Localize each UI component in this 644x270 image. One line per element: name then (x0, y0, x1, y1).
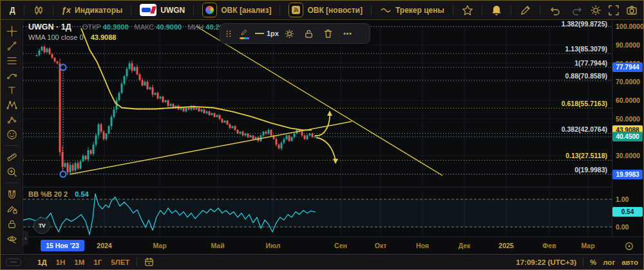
forecast-icon (6, 114, 17, 125)
price-badge: 19.9983 (612, 170, 643, 179)
wma-legend[interactable]: WMA 100 close 0 43.9088 (28, 33, 116, 41)
divider (482, 5, 482, 15)
tool-crosshair[interactable] (5, 25, 19, 37)
draw-button[interactable] (515, 3, 536, 18)
bottom-toolbar: 1Д1Н1М1Г5ЛЕТ 17:09:22 (UTC+3) % лог авто (1, 254, 643, 269)
goto-date-calendar-icon[interactable] (144, 256, 155, 267)
auto-scale-button[interactable]: авто (621, 258, 638, 266)
scroll-to-latest-icon[interactable] (624, 241, 634, 251)
time-label: Июл (266, 242, 281, 249)
price-axis[interactable]: 100.000090.000080.000070.000060.000050.0… (612, 20, 643, 237)
fib-level-label[interactable]: 1(77.7944) (574, 59, 607, 67)
time-label: Сен (334, 242, 347, 249)
divider (5, 183, 19, 183)
xabcd-pattern-icon (6, 100, 17, 111)
tool-lock-all[interactable] (5, 218, 19, 230)
drawing-lock-button[interactable] (301, 26, 317, 41)
tool-forecast[interactable] (5, 114, 19, 125)
tool-trend-line[interactable] (5, 40, 19, 51)
drawing-delete-button[interactable] (320, 26, 337, 41)
tool-curve[interactable] (5, 69, 19, 81)
alerts-button[interactable] (486, 3, 507, 18)
legend-symbol[interactable]: UWGN (28, 22, 54, 32)
open-value: 40.3000 (103, 23, 129, 31)
price-tracker-button[interactable]: Трекер цены (375, 3, 450, 18)
clock[interactable]: 17:09:22 (UTC+3) (516, 258, 576, 266)
divider (583, 258, 583, 266)
lock-all-icon (6, 219, 17, 230)
star-icon (462, 4, 473, 16)
fib-level-label[interactable]: 0.382(42.0764) (562, 125, 607, 133)
color-pencil-button[interactable] (236, 26, 252, 41)
bb-indicator-legend[interactable]: BB %B 20 2 0.54 (28, 190, 89, 198)
tradingview-logo[interactable]: TV (33, 217, 50, 234)
ovk-analysis-button[interactable]: ОВК [анализ] (197, 3, 276, 18)
fullscreen-icon[interactable] (608, 4, 620, 16)
fib-level-label[interactable]: 1.13(85.3079) (565, 45, 607, 53)
tool-emoji[interactable] (5, 129, 19, 140)
tool-xabcd-pattern[interactable] (5, 99, 19, 111)
watchlist-star-button[interactable] (457, 3, 478, 18)
chart-canvas[interactable] (23, 20, 643, 255)
top-toolbar: Д ƒx Индикаторы UWGN ОВК [анализ] ОВК [н… (1, 1, 643, 20)
tool-text[interactable] (5, 84, 19, 96)
fib-level-label[interactable]: 1.382(99.8725) (562, 20, 607, 28)
uwgn-symbol-button[interactable]: UWGN (135, 3, 190, 18)
line-sample-icon (255, 33, 264, 34)
tool-zoom-in[interactable] (5, 166, 19, 177)
timeframe-1Н[interactable]: 1Н (52, 258, 70, 266)
price-tick: 50.0000 (616, 115, 640, 123)
chart-area[interactable]: UWGN · 1Д ОТКР 40.3000 МАКС 40.9000 МИН … (23, 20, 643, 255)
bb-scale-tick: 0.00 (616, 223, 629, 231)
percent-scale-button[interactable]: % (590, 258, 596, 266)
fib-level-label[interactable]: 0(19.9983) (574, 166, 607, 174)
drawing-more-button[interactable]: ••• (339, 26, 356, 41)
ovk-analysis-label: ОВК [анализ] (221, 6, 271, 15)
drawing-settings-button[interactable] (281, 26, 298, 41)
timeframe-1Д[interactable]: 1Д (33, 258, 52, 266)
timeframe-1М[interactable]: 1М (70, 258, 89, 266)
drag-handle-icon[interactable] (224, 26, 233, 41)
fib-level-label[interactable]: 0.13(27.5118) (565, 152, 607, 159)
high-value: 40.9000 (156, 23, 182, 31)
sidebar-collapse-chevron[interactable]: ‹ (23, 231, 28, 245)
fib-level-label[interactable]: 0.88(70.8589) (565, 72, 607, 80)
curve-icon (6, 70, 17, 81)
price-badge: 77.7944 (612, 62, 643, 72)
price-badge: 40.4500 (612, 132, 643, 141)
tool-fib-retracement[interactable] (5, 55, 19, 66)
time-label: Май (211, 242, 224, 249)
bottom-right-group: 17:09:22 (UTC+3) % лог авто (516, 258, 638, 266)
time-axis[interactable]: 15 Ноя '23 Н2024МарМайИюлСенОктНояДек202… (23, 237, 643, 255)
redo-button[interactable] (567, 3, 589, 18)
chart-type-button[interactable] (28, 3, 50, 18)
legend-interval[interactable]: 1Д (61, 22, 71, 32)
divider (540, 5, 540, 15)
color-gradient-bar (240, 37, 249, 39)
log-scale-button[interactable]: лог (603, 258, 615, 266)
line-width-value: 1px (267, 30, 279, 37)
line-width-button[interactable]: 1px (255, 30, 279, 37)
undo-icon (549, 4, 560, 16)
indicators-button[interactable]: ƒx Индикаторы (57, 3, 128, 18)
settings-gear-icon[interactable] (590, 4, 601, 16)
toolbar-resize-handle[interactable] (6, 258, 21, 266)
wma-label: WMA 100 close 0 (28, 33, 84, 41)
undo-button[interactable] (544, 3, 565, 18)
camera-snapshot-icon[interactable] (626, 4, 638, 16)
tool-ruler[interactable] (5, 151, 19, 163)
divider (24, 5, 24, 15)
symbol-search-button[interactable]: Д (5, 3, 21, 18)
divider (53, 5, 53, 15)
price-tick: 90.0000 (616, 41, 640, 49)
crosshair-icon (6, 26, 17, 37)
ovk-news-button[interactable]: ОВК [новости] (283, 3, 368, 18)
timeframe-1Г[interactable]: 1Г (89, 258, 106, 266)
timeframe-5ЛЕТ[interactable]: 5ЛЕТ (106, 258, 134, 266)
tool-draw-lock[interactable] (5, 203, 19, 215)
time-label: Дек (459, 242, 471, 249)
tool-magnet[interactable] (5, 188, 19, 200)
divider (5, 145, 19, 146)
tool-hide-drawings[interactable] (5, 233, 19, 244)
fib-level-label[interactable]: 0.618(55.7163) (562, 100, 607, 107)
